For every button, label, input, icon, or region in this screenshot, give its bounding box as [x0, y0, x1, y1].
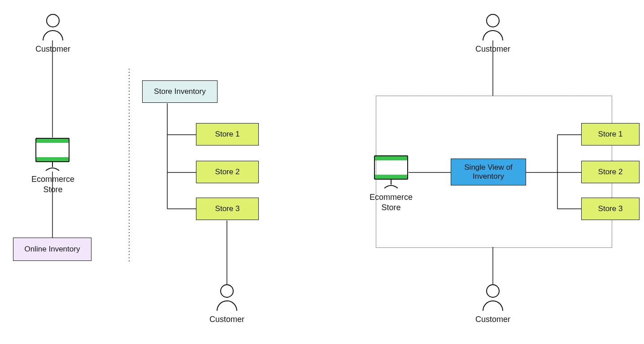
store-1-box-left: Store 1	[196, 123, 259, 146]
store-2-box-right: Store 2	[581, 161, 640, 183]
svg-rect-25	[374, 156, 408, 160]
store-1-text: Store 1	[215, 130, 240, 139]
store-2-text: Store 2	[215, 168, 240, 176]
svg-rect-26	[374, 175, 408, 179]
svg-point-16	[47, 14, 59, 27]
customer-label: Customer	[205, 314, 248, 325]
online-inventory-box: Online Inventory	[13, 238, 91, 261]
ecommerce-store-label: Ecommerce Store	[366, 192, 417, 213]
store-2-box-left: Store 2	[196, 161, 259, 183]
store-1-box-right: Store 1	[581, 123, 640, 146]
person-icon	[481, 13, 505, 42]
svg-point-22	[221, 285, 233, 297]
store-2-text: Store 2	[598, 168, 623, 176]
store-3-box-left: Store 3	[196, 198, 259, 220]
monitor-icon	[374, 155, 409, 191]
svg-point-29	[487, 285, 499, 297]
online-inventory-text: Online Inventory	[25, 245, 80, 254]
store-inventory-box: Store Inventory	[142, 80, 218, 103]
store-1-text: Store 1	[598, 130, 623, 139]
customer-label: Customer	[471, 314, 514, 325]
person-icon	[215, 284, 239, 313]
single-view-text: Single View of Inventory	[464, 163, 512, 181]
svg-rect-19	[36, 157, 69, 162]
person-icon	[481, 284, 505, 313]
single-view-box: Single View of Inventory	[451, 159, 526, 185]
ecommerce-store-label: Ecommerce Store	[27, 174, 78, 195]
svg-rect-18	[36, 138, 69, 143]
store-3-box-right: Store 3	[581, 198, 640, 220]
person-icon	[41, 13, 65, 42]
store-3-text: Store 3	[215, 204, 240, 213]
monitor-icon	[35, 137, 70, 173]
svg-point-23	[487, 14, 499, 27]
customer-label: Customer	[471, 44, 514, 54]
customer-label: Customer	[31, 44, 74, 54]
store-inventory-text: Store Inventory	[154, 87, 205, 96]
store-3-text: Store 3	[598, 204, 623, 213]
